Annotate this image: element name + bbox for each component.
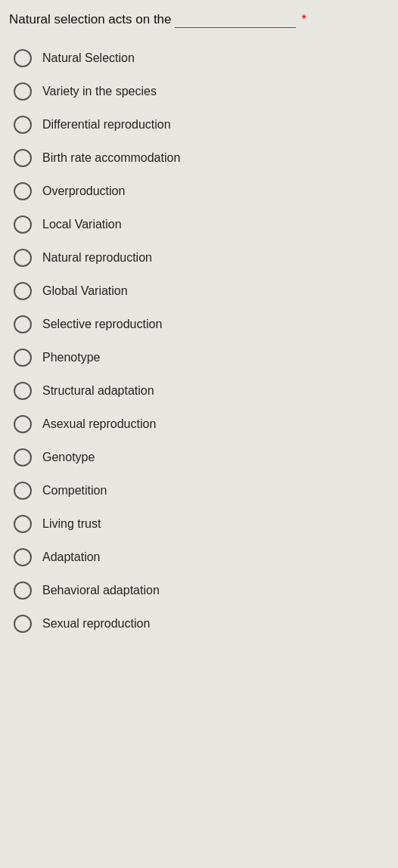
list-item[interactable]: Sexual reproduction xyxy=(9,607,389,640)
list-item[interactable]: Living trust xyxy=(9,507,389,541)
radio-button-17[interactable] xyxy=(14,581,32,600)
option-label-2[interactable]: Variety in the species xyxy=(42,85,157,98)
list-item[interactable]: Variety in the species xyxy=(9,75,389,108)
option-label-9[interactable]: Selective reproduction xyxy=(42,318,162,331)
list-item[interactable]: Structural adaptation xyxy=(9,374,389,408)
radio-button-14[interactable] xyxy=(14,482,32,500)
option-label-10[interactable]: Phenotype xyxy=(42,351,101,364)
radio-button-18[interactable] xyxy=(14,615,32,633)
option-label-11[interactable]: Structural adaptation xyxy=(42,384,154,398)
option-label-1[interactable]: Natural Selection xyxy=(42,51,135,65)
option-label-3[interactable]: Differential reproduction xyxy=(42,118,171,132)
option-label-13[interactable]: Genotype xyxy=(42,451,95,464)
radio-button-13[interactable] xyxy=(14,448,32,467)
radio-button-11[interactable] xyxy=(14,382,32,400)
option-label-8[interactable]: Global Variation xyxy=(42,284,128,298)
radio-button-1[interactable] xyxy=(14,49,32,67)
radio-button-3[interactable] xyxy=(14,116,32,134)
option-label-6[interactable]: Local Variation xyxy=(42,218,122,231)
list-item[interactable]: Natural Selection xyxy=(9,42,389,75)
radio-button-12[interactable] xyxy=(14,415,32,433)
radio-button-6[interactable] xyxy=(14,215,32,234)
options-list: Natural SelectionVariety in the speciesD… xyxy=(9,42,389,640)
question-header: Natural selection acts on the * xyxy=(9,12,389,28)
list-item[interactable]: Asexual reproduction xyxy=(9,408,389,441)
list-item[interactable]: Global Variation xyxy=(9,274,389,308)
list-item[interactable]: Genotype xyxy=(9,441,389,474)
list-item[interactable]: Selective reproduction xyxy=(9,308,389,341)
option-label-18[interactable]: Sexual reproduction xyxy=(42,617,150,631)
option-label-16[interactable]: Adaptation xyxy=(42,550,101,564)
list-item[interactable]: Natural reproduction xyxy=(9,241,389,274)
list-item[interactable]: Adaptation xyxy=(9,541,389,574)
required-star: * xyxy=(302,12,307,27)
option-label-14[interactable]: Competition xyxy=(42,484,107,498)
radio-button-10[interactable] xyxy=(14,349,32,367)
list-item[interactable]: Overproduction xyxy=(9,175,389,208)
radio-button-8[interactable] xyxy=(14,282,32,300)
list-item[interactable]: Local Variation xyxy=(9,208,389,241)
list-item[interactable]: Phenotype xyxy=(9,341,389,374)
option-label-17[interactable]: Behavioral adaptation xyxy=(42,584,160,597)
list-item[interactable]: Competition xyxy=(9,474,389,507)
option-label-12[interactable]: Asexual reproduction xyxy=(42,417,156,431)
list-item[interactable]: Differential reproduction xyxy=(9,108,389,141)
list-item[interactable]: Birth rate accommodation xyxy=(9,141,389,175)
radio-button-2[interactable] xyxy=(14,82,32,101)
question-blank xyxy=(175,12,296,28)
radio-button-16[interactable] xyxy=(14,548,32,566)
radio-button-9[interactable] xyxy=(14,315,32,333)
radio-button-5[interactable] xyxy=(14,182,32,200)
radio-button-4[interactable] xyxy=(14,149,32,167)
radio-button-15[interactable] xyxy=(14,515,32,533)
list-item[interactable]: Behavioral adaptation xyxy=(9,574,389,607)
radio-button-7[interactable] xyxy=(14,249,32,267)
option-label-7[interactable]: Natural reproduction xyxy=(42,251,152,265)
question-text: Natural selection acts on the xyxy=(9,12,172,27)
option-label-4[interactable]: Birth rate accommodation xyxy=(42,151,180,165)
option-label-15[interactable]: Living trust xyxy=(42,517,101,531)
option-label-5[interactable]: Overproduction xyxy=(42,184,125,198)
